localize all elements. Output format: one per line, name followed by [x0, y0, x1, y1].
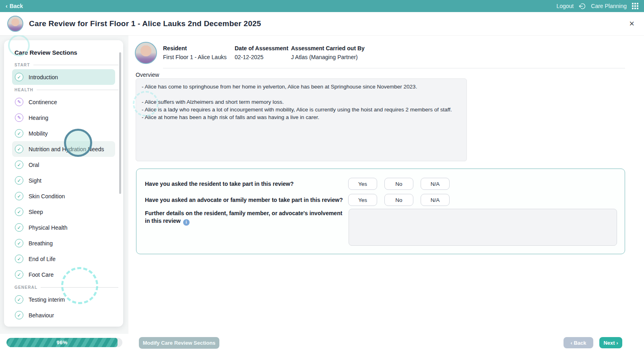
resident-info-row: ResidentFirst Floor 1 - Alice LauksDate …	[163, 45, 365, 60]
check-icon: ✓	[15, 255, 23, 263]
check-icon: ✓	[15, 208, 23, 216]
sidebar-item-sight[interactable]: ✓Sight	[12, 173, 115, 188]
check-icon: ✓	[15, 270, 23, 279]
sidebar-item-breathing[interactable]: ✓Breathing	[12, 235, 115, 251]
pencil-icon: ✎	[15, 113, 23, 122]
sidebar-item-physical-health[interactable]: ✓Physical Health	[12, 220, 115, 235]
further-details-label: Further details on the resident, family …	[145, 210, 343, 226]
sidebar-item-continence[interactable]: ✎Continence	[12, 94, 115, 110]
further-details-text: Further details on the resident, family …	[145, 210, 342, 224]
sidebar-item-end-of-life[interactable]: ✓End of Life	[12, 251, 115, 267]
sidebar-item-label: Skin Condition	[29, 193, 65, 200]
progress-bar: 96%	[6, 338, 122, 347]
progress-percent: 96%	[57, 339, 68, 346]
app-switcher-label[interactable]: Care Planning	[591, 3, 627, 9]
section-group-label-general: GENERAL	[4, 282, 123, 292]
overview-text-box[interactable]: - Alice has come to springhouse from her…	[136, 78, 467, 161]
logout-button[interactable]: Logout	[556, 3, 574, 9]
check-icon: ✓	[15, 129, 23, 138]
sidebar-item-label: Oral	[29, 162, 39, 168]
logout-icon[interactable]	[579, 3, 586, 10]
sidebar-item-introduction[interactable]: ✓Introduction	[12, 69, 115, 85]
back-chevron-icon: ‹	[6, 3, 8, 9]
q2-yes-button[interactable]: Yes	[348, 194, 377, 206]
footer-bar: 96% Modify Care Review Sections ‹ Back N…	[0, 334, 644, 362]
sidebar-item-oral[interactable]: ✓Oral	[12, 157, 115, 173]
question-row-2: Have you asked an advocate or family mem…	[136, 194, 625, 206]
sidebar-item-label: Breathing	[29, 240, 53, 247]
check-icon: ✓	[15, 223, 23, 232]
question-row-1: Have you asked the resident to take part…	[136, 178, 625, 190]
sidebar-scrollbar[interactable]	[119, 52, 121, 194]
sidebar-item-label: Sleep	[29, 209, 43, 215]
overview-line: - Alice is a lady who requires a lot of …	[142, 106, 461, 113]
q1-yes-button[interactable]: Yes	[348, 178, 377, 190]
topbar-back-button[interactable]: ‹ Back	[6, 3, 23, 9]
sidebar-item-foot-care[interactable]: ✓Foot Care	[12, 267, 115, 282]
sidebar-item-testing-interim[interactable]: ✓Testing interim	[12, 292, 115, 307]
sidebar-item-skin-condition[interactable]: ✓Skin Condition	[12, 188, 115, 204]
resident-field-assessment-carried-out-by: Assessment Carried out ByJ Atlas (Managi…	[291, 45, 365, 60]
question-text: Have you asked the resident to take part…	[145, 178, 348, 190]
sidebar-item-label: Hearing	[29, 115, 48, 121]
care-review-sections-panel: Care Review Sections START✓IntroductionH…	[4, 40, 123, 327]
sidebar-item-mobility[interactable]: ✓Mobility	[12, 125, 115, 141]
sidebar-item-label: Nutrition and Hydration Needs	[29, 146, 104, 152]
info-icon[interactable]: i	[183, 219, 190, 226]
resident-field-date-of-assessment: Date of Assessment02-12-2025	[235, 45, 291, 60]
back-chevron-icon: ‹	[570, 340, 572, 346]
further-details-input[interactable]	[349, 209, 617, 246]
divider	[163, 68, 625, 68]
check-icon: ✓	[15, 160, 23, 169]
check-icon: ✓	[15, 192, 23, 200]
q1-n-a-button[interactable]: N/A	[421, 178, 450, 190]
question-options: YesNoN/A	[348, 194, 450, 206]
close-icon[interactable]: ×	[629, 19, 637, 28]
sidebar-item-behaviour[interactable]: ✓Behaviour	[12, 307, 115, 323]
progress-fill: 96%	[6, 338, 118, 347]
field-value: First Floor 1 - Alice Lauks	[163, 54, 235, 60]
sidebar-item-label: Continence	[29, 99, 57, 105]
overview-line: - Alice has come to springhouse from her…	[142, 83, 461, 90]
q2-no-button[interactable]: No	[384, 194, 413, 206]
sidebar-item-label: Testing interim	[29, 296, 65, 303]
next-chevron-icon: ›	[616, 340, 618, 346]
field-value: J Atlas (Managing Partner)	[291, 54, 365, 60]
section-group-label-health: HEALTH	[4, 85, 123, 94]
field-label: Date of Assessment	[235, 45, 291, 51]
overview-line: - Alice suffers with Alzheimers and shor…	[142, 98, 461, 106]
sidebar-groups: START✓IntroductionHEALTH✎Continence✎Hear…	[4, 60, 123, 327]
sidebar-title: Care Review Sections	[4, 47, 123, 60]
sidebar-item-communication[interactable]: ✓Communication	[12, 323, 115, 327]
sidebar-item-label: Behaviour	[29, 312, 54, 319]
sidebar-item-hearing[interactable]: ✎Hearing	[12, 110, 115, 125]
overview-blank-line	[142, 90, 461, 98]
modal-header: Care Review for First Floor 1 - Alice La…	[0, 12, 644, 35]
q1-no-button[interactable]: No	[384, 178, 413, 190]
section-group-label-start: START	[4, 60, 123, 69]
resident-avatar	[135, 42, 157, 64]
question-text: Have you asked an advocate or family mem…	[145, 194, 348, 206]
check-icon: ✓	[15, 176, 23, 185]
top-bar: ‹ Back Logout Care Planning	[0, 0, 644, 12]
sidebar-item-nutrition-and-hydration-needs[interactable]: ✓Nutrition and Hydration Needs	[12, 141, 115, 157]
check-icon: ✓	[15, 295, 23, 304]
check-icon: ✓	[15, 73, 23, 81]
check-icon: ✓	[15, 239, 23, 247]
next-button[interactable]: Next ›	[599, 337, 622, 348]
field-label: Resident	[163, 45, 235, 51]
page-title: Care Review for First Floor 1 - Alice La…	[29, 19, 261, 28]
overview-line: - Alice at home has been a high risk of …	[142, 113, 461, 121]
participation-question-card: Have you asked the resident to take part…	[136, 169, 625, 254]
overview-label: Overview	[136, 72, 159, 78]
sidebar-item-label: Introduction	[29, 74, 58, 80]
q2-n-a-button[interactable]: N/A	[421, 194, 450, 206]
question-options: YesNoN/A	[348, 178, 450, 190]
modify-care-review-sections-button[interactable]: Modify Care Review Sections	[139, 337, 219, 349]
check-icon: ✓	[15, 145, 23, 153]
main-content: ResidentFirst Floor 1 - Alice LauksDate …	[128, 35, 644, 334]
next-button-label: Next	[603, 340, 615, 346]
sidebar-item-sleep[interactable]: ✓Sleep	[12, 204, 115, 220]
grid-apps-icon[interactable]	[632, 3, 638, 9]
back-button[interactable]: ‹ Back	[564, 337, 593, 348]
